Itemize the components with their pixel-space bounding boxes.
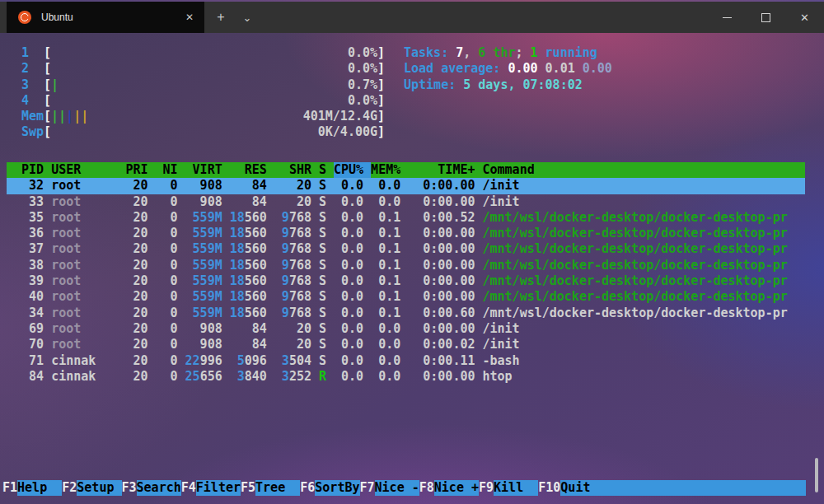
column-header-res[interactable]: RES bbox=[230, 162, 267, 178]
cell-ni: 0 bbox=[155, 289, 177, 305]
column-header-pid[interactable]: PID bbox=[7, 162, 44, 178]
column-header-ni[interactable]: NI bbox=[155, 162, 177, 178]
cell-user: root bbox=[51, 226, 118, 241]
terminal-window: Ubuntu ✕ + ⌄ ✕ 1[0.0%]2[0.0%]3[0.7%|]4[0… bbox=[0, 0, 824, 504]
cell-s: S bbox=[319, 353, 326, 369]
cell-res: 18560 bbox=[230, 226, 267, 241]
cell-cpu: 0.0 bbox=[334, 289, 363, 305]
process-row-pid-37[interactable]: 37root200559M185609768S0.00.10:00.00/mnt… bbox=[7, 241, 805, 257]
cell-cpu: 0.0 bbox=[334, 306, 363, 321]
cell-res: 5096 bbox=[230, 353, 267, 369]
cell-pid: 36 bbox=[7, 226, 44, 241]
column-header-mem[interactable]: MEM% bbox=[371, 162, 400, 178]
cell-shr: 20 bbox=[274, 178, 311, 194]
process-row-pid-34[interactable]: 34root200559M185609768S0.00.10:00.60/mnt… bbox=[7, 306, 805, 321]
cell-pri: 20 bbox=[125, 258, 147, 273]
new-tab-button[interactable]: + bbox=[211, 7, 231, 27]
cell-cpu: 0.0 bbox=[334, 353, 363, 369]
cell-cmd: /mnt/wsl/docker-desktop/docker-desktop-p… bbox=[482, 226, 787, 241]
cell-time: 0:00.00 bbox=[408, 178, 475, 194]
cell-pid: 34 bbox=[7, 306, 44, 321]
cell-time: 0:00.02 bbox=[408, 337, 475, 352]
chevron-down-icon[interactable]: ⌄ bbox=[237, 7, 257, 27]
tab-close-icon[interactable]: ✕ bbox=[180, 7, 199, 27]
column-header-user[interactable]: USER bbox=[51, 162, 118, 178]
cell-ni: 0 bbox=[155, 306, 177, 321]
fkey-f9-kill[interactable]: F9Kill bbox=[479, 480, 538, 496]
column-header-s[interactable]: S bbox=[319, 162, 326, 178]
process-table-header[interactable]: PIDUSERPRINIVIRTRESSHRSCPU%MEM%TIME+Comm… bbox=[7, 162, 805, 178]
fkey-f2-setup[interactable]: F2Setup bbox=[62, 480, 121, 496]
process-row-pid-40[interactable]: 40root200559M185609768S0.00.10:00.00/mnt… bbox=[7, 289, 805, 305]
fkey-f5-tree[interactable]: F5Tree bbox=[241, 480, 300, 496]
cell-pri: 20 bbox=[125, 226, 147, 241]
process-row-pid-39[interactable]: 39root200559M185609768S0.00.10:00.00/mnt… bbox=[7, 273, 805, 289]
tab-title: Ubuntu bbox=[41, 12, 180, 23]
cell-pri: 20 bbox=[125, 210, 147, 226]
titlebar[interactable]: Ubuntu ✕ + ⌄ ✕ bbox=[0, 2, 824, 33]
column-header-virt[interactable]: VIRT bbox=[185, 162, 222, 178]
column-header-time[interactable]: TIME+ bbox=[408, 162, 475, 178]
cell-virt: 559M bbox=[185, 273, 222, 289]
cell-shr: 9768 bbox=[274, 258, 311, 273]
process-table: PIDUSERPRINIVIRTRESSHRSCPU%MEM%TIME+Comm… bbox=[7, 162, 805, 385]
cell-user: root bbox=[51, 178, 118, 194]
cell-virt: 559M bbox=[185, 210, 222, 226]
column-header-shr[interactable]: SHR bbox=[274, 162, 311, 178]
terminal-content[interactable]: 1[0.0%]2[0.0%]3[0.7%|]4[0.0%]Mem[401M/12… bbox=[0, 33, 824, 504]
cell-virt: 908 bbox=[185, 337, 222, 352]
process-row-pid-35[interactable]: 35root200559M185609768S0.00.10:00.52/mnt… bbox=[7, 210, 805, 226]
cell-pri: 20 bbox=[125, 337, 147, 352]
cell-user: cinnak bbox=[51, 353, 118, 369]
process-row-pid-32[interactable]: 32root2009088420S0.00.00:00.00/init bbox=[7, 178, 805, 194]
tab-ubuntu[interactable]: Ubuntu ✕ bbox=[7, 2, 204, 33]
cell-cpu: 0.0 bbox=[334, 241, 363, 257]
cell-cmd: /mnt/wsl/docker-desktop/docker-desktop-p… bbox=[482, 241, 787, 257]
cell-res: 84 bbox=[230, 337, 267, 352]
cell-time: 0:00.11 bbox=[408, 353, 475, 369]
cell-shr: 3504 bbox=[274, 353, 311, 369]
cell-mem: 0.0 bbox=[371, 194, 400, 210]
close-button[interactable]: ✕ bbox=[785, 2, 824, 33]
process-row-pid-84[interactable]: 84cinnak2002565638403252R0.00.00:00.00ht… bbox=[7, 369, 805, 385]
column-header-cpu[interactable]: CPU% bbox=[334, 162, 371, 178]
process-row-pid-70[interactable]: 70root2009088420S0.00.00:00.02/init bbox=[7, 337, 805, 352]
close-icon: ✕ bbox=[800, 12, 809, 24]
maximize-button[interactable] bbox=[747, 2, 785, 33]
process-row-pid-71[interactable]: 71cinnak2002299650963504S0.00.00:00.11-b… bbox=[7, 353, 805, 369]
cell-user: cinnak bbox=[51, 369, 118, 385]
process-row-pid-33[interactable]: 33root2009088420S0.00.00:00.00/init bbox=[7, 194, 805, 210]
cell-ni: 0 bbox=[155, 273, 177, 289]
cell-virt: 908 bbox=[185, 321, 222, 337]
cell-res: 18560 bbox=[230, 210, 267, 226]
scrollbar-thumb[interactable] bbox=[815, 458, 818, 492]
cell-pri: 20 bbox=[125, 194, 147, 210]
fkey-f7-nice-[interactable]: F7Nice - bbox=[360, 480, 419, 496]
process-row-pid-69[interactable]: 69root2009088420S0.00.00:00.00/init bbox=[7, 321, 805, 337]
cell-res: 18560 bbox=[230, 289, 267, 305]
cell-mem: 0.0 bbox=[371, 321, 400, 337]
fkey-f3-search[interactable]: F3Search bbox=[122, 480, 181, 496]
cell-user: root bbox=[51, 194, 118, 210]
process-row-pid-38[interactable]: 38root200559M185609768S0.00.10:00.00/mnt… bbox=[7, 258, 805, 273]
cell-res: 84 bbox=[230, 178, 267, 194]
cell-user: root bbox=[51, 273, 118, 289]
fkey-f4-filter[interactable]: F4Filter bbox=[181, 480, 241, 496]
fkey-f6-sortby[interactable]: F6SortBy bbox=[300, 480, 359, 496]
column-header-pri[interactable]: PRI bbox=[125, 162, 147, 178]
fkey-f8-nice+[interactable]: F8Nice + bbox=[419, 480, 479, 496]
fkey-f10-quit[interactable]: F10Quit bbox=[538, 480, 806, 496]
cell-pid: 37 bbox=[7, 241, 44, 257]
minimize-button[interactable] bbox=[708, 2, 747, 33]
cell-ni: 0 bbox=[155, 321, 177, 337]
cell-pid: 70 bbox=[7, 337, 44, 352]
system-summary: Tasks: 7, 6 thr; 1 runningLoad average: … bbox=[404, 45, 612, 93]
column-header-cmd[interactable]: Command bbox=[482, 162, 534, 178]
cell-cpu: 0.0 bbox=[334, 337, 363, 352]
cell-time: 0:00.00 bbox=[408, 273, 475, 289]
process-row-pid-36[interactable]: 36root200559M185609768S0.00.10:00.00/mnt… bbox=[7, 226, 805, 241]
meter-3: 3[0.7%|] bbox=[21, 77, 385, 93]
cell-s: S bbox=[319, 306, 326, 321]
cell-virt: 559M bbox=[185, 226, 222, 241]
fkey-f1-help[interactable]: F1Help bbox=[2, 480, 62, 496]
